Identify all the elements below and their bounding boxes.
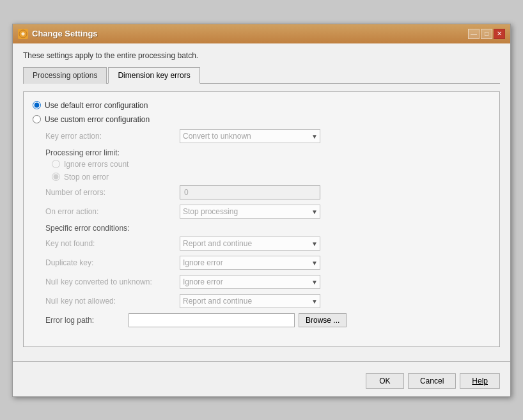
tab-bar: Processing options Dimension key errors [23, 66, 500, 84]
null-key-converted-dropdown-wrapper: Ignore error Report and continue Stop pr… [180, 275, 320, 289]
tab-processing-options[interactable]: Processing options [23, 67, 107, 84]
info-text: These settings apply to the entire proce… [23, 51, 500, 60]
number-of-errors-label: Number of errors: [45, 188, 180, 197]
key-not-found-label: Key not found: [45, 239, 180, 248]
error-log-path-input[interactable] [129, 313, 295, 327]
duplicate-key-select[interactable]: Ignore error Report and continue Stop pr… [180, 256, 320, 270]
window-title: Change Settings [32, 29, 98, 38]
title-bar: Change Settings — □ ✕ [13, 24, 510, 43]
on-error-action-label: On error action: [45, 207, 180, 216]
specific-error-label: Specific error conditions: [45, 224, 129, 233]
duplicate-key-label: Duplicate key: [45, 258, 180, 267]
key-not-found-dropdown-wrapper: Report and continue Ignore error Stop pr… [180, 237, 320, 251]
ignore-errors-label: Ignore errors count [64, 160, 129, 169]
radio-custom[interactable] [33, 115, 41, 123]
key-not-found-select[interactable]: Report and continue Ignore error Stop pr… [180, 237, 320, 251]
number-of-errors-input[interactable] [180, 185, 320, 199]
null-key-converted-select[interactable]: Ignore error Report and continue Stop pr… [180, 275, 320, 289]
stop-on-error-row: Stop on error [33, 173, 490, 182]
key-error-action-select[interactable]: Convert to unknown Discard error [180, 129, 320, 143]
key-not-found-row: Key not found: Report and continue Ignor… [33, 237, 490, 251]
error-log-path-label: Error log path: [45, 316, 129, 325]
restore-button[interactable]: □ [481, 29, 492, 39]
duplicate-key-row: Duplicate key: Ignore error Report and c… [33, 256, 490, 270]
title-bar-left: Change Settings [18, 29, 98, 39]
content-area: Use default error configuration Use cust… [23, 91, 500, 347]
main-window: Change Settings — □ ✕ These settings app… [12, 24, 511, 397]
radio-custom-label: Use custom error configuration [45, 115, 150, 124]
error-log-path-row: Error log path: Browse ... [33, 313, 490, 327]
footer: OK Cancel Help [13, 368, 510, 396]
help-label-text: Help [472, 377, 488, 385]
number-of-errors-row: Number of errors: [33, 185, 490, 199]
close-button[interactable]: ✕ [494, 29, 505, 39]
window-body: These settings apply to the entire proce… [13, 43, 510, 355]
key-error-action-label: Key error action: [45, 132, 180, 141]
processing-error-limit-section: Processing error limit: [33, 148, 490, 157]
stop-on-error-label: Stop on error [64, 173, 109, 182]
cancel-button[interactable]: Cancel [408, 373, 456, 389]
tab-dimension-key-errors[interactable]: Dimension key errors [108, 67, 199, 84]
minimize-button[interactable]: — [468, 29, 480, 39]
help-button[interactable]: Help [460, 373, 500, 389]
specific-error-section: Specific error conditions: [33, 224, 490, 233]
title-bar-controls: — □ ✕ [468, 29, 505, 39]
radio-default[interactable] [33, 101, 41, 109]
radio-custom-row: Use custom error configuration [33, 115, 490, 124]
processing-error-limit-label: Processing error limit: [45, 148, 120, 157]
null-key-not-allowed-select[interactable]: Report and continue Ignore error Stop pr… [180, 294, 320, 308]
key-error-action-row: Key error action: Convert to unknown Dis… [33, 129, 490, 143]
radio-default-row: Use default error configuration [33, 101, 490, 110]
key-error-action-dropdown-wrapper: Convert to unknown Discard error ▼ [180, 129, 320, 143]
app-icon [18, 29, 28, 39]
on-error-action-select[interactable]: Stop processing Report and continue Igno… [180, 205, 320, 219]
null-key-not-allowed-row: Null key not allowed: Report and continu… [33, 294, 490, 308]
null-key-not-allowed-dropdown-wrapper: Report and continue Ignore error Stop pr… [180, 294, 320, 308]
ignore-errors-row: Ignore errors count [33, 160, 490, 169]
radio-stop-on-error[interactable] [52, 173, 60, 181]
null-key-converted-label: Null key converted to unknown: [45, 277, 180, 286]
footer-divider [13, 361, 510, 362]
on-error-action-row: On error action: Stop processing Report … [33, 205, 490, 219]
on-error-action-dropdown-wrapper: Stop processing Report and continue Igno… [180, 205, 320, 219]
ok-button[interactable]: OK [366, 373, 404, 389]
radio-default-label: Use default error configuration [45, 101, 148, 110]
radio-ignore-errors[interactable] [52, 160, 60, 168]
browse-button[interactable]: Browse ... [299, 313, 347, 327]
duplicate-key-dropdown-wrapper: Ignore error Report and continue Stop pr… [180, 256, 320, 270]
null-key-not-allowed-label: Null key not allowed: [45, 297, 180, 306]
null-key-converted-row: Null key converted to unknown: Ignore er… [33, 275, 490, 289]
